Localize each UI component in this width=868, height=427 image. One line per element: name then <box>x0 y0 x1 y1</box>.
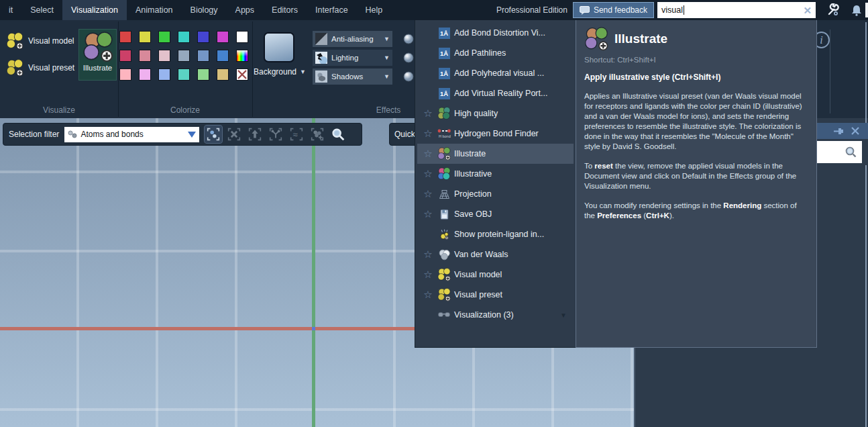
result-item-add-polyhedral-visual[interactable]: 1ÅAdd Polyhedral visual ... <box>417 63 574 83</box>
pin-icon[interactable] <box>833 127 844 136</box>
shadows-dropdown[interactable]: Shadows▼ <box>313 68 392 85</box>
color-swatch[interactable] <box>158 31 170 43</box>
result-label: Add Polyhedral visual ... <box>454 68 544 78</box>
color-swatch[interactable] <box>158 68 170 81</box>
anti-aliasing-dropdown[interactable]: Anti-aliasing▼ <box>313 31 392 47</box>
result-item-high-quality[interactable]: ☆High quality <box>417 103 574 124</box>
result-item-add-pathlines[interactable]: 1ÅAdd Pathlines <box>417 43 574 63</box>
group-add-button[interactable] <box>309 126 326 143</box>
bell-icon[interactable] <box>851 4 863 17</box>
result-item-illustrative[interactable]: ☆Illustrative <box>417 164 574 184</box>
global-search-input[interactable]: visual ✕ <box>657 2 816 18</box>
sphere-icon <box>403 71 414 82</box>
splitter-line[interactable] <box>865 22 867 123</box>
favorite-star-icon[interactable]: ☆ <box>419 128 437 140</box>
result-label: Add Bond Distortion Vi... <box>454 28 545 38</box>
atoms-bonds-icon <box>68 130 77 139</box>
color-swatch[interactable] <box>236 31 248 43</box>
similar-button[interactable]: ≈ <box>288 126 305 143</box>
vdw-icon <box>437 248 451 261</box>
selection-filter-dropdown[interactable]: Atoms and bonds <box>64 127 199 142</box>
color-swatch[interactable] <box>178 31 190 43</box>
select-set-button[interactable] <box>205 126 222 143</box>
clear-search-icon[interactable]: ✕ <box>803 5 812 15</box>
visual-model-icon <box>6 32 23 50</box>
split-button[interactable] <box>267 126 284 143</box>
lighting-dropdown[interactable]: Lighting▼ <box>313 50 392 66</box>
menu-tab-biology[interactable]: Biology <box>182 0 227 20</box>
menu-tab-animation[interactable]: Animation <box>127 0 182 20</box>
close-icon[interactable] <box>851 126 860 136</box>
gridline <box>156 118 158 427</box>
visual-model-button[interactable]: Visual model <box>4 31 76 51</box>
color-swatch[interactable] <box>197 31 209 43</box>
menu-tab-visualization[interactable]: Visualization <box>62 0 127 20</box>
color-swatch[interactable] <box>139 68 151 81</box>
color-swatch[interactable] <box>139 50 151 62</box>
menu-tab-select[interactable]: Select <box>21 0 62 20</box>
visual-preset-button[interactable]: Visual preset <box>4 58 76 78</box>
no-color-swatch[interactable] <box>236 68 248 81</box>
edition-label: Professional Edition <box>496 5 567 15</box>
color-swatch[interactable] <box>197 50 209 62</box>
favorite-star-icon[interactable]: ☆ <box>419 289 437 301</box>
group-separator <box>118 21 119 117</box>
search-selection-button[interactable] <box>329 126 347 143</box>
hbond-icon: H bond <box>437 128 451 140</box>
color-swatch[interactable] <box>197 68 209 81</box>
color-swatch[interactable] <box>119 31 131 43</box>
rainbow-swatch[interactable] <box>236 50 248 62</box>
favorite-star-icon[interactable]: ☆ <box>419 168 437 180</box>
tooltip-shortcut: Shortcut: Ctrl+Shift+I <box>584 56 808 64</box>
badge-1a-icon: 1Å <box>437 68 451 79</box>
menubar: itSelectVisualizationAnimationBiologyApp… <box>0 0 868 20</box>
color-swatch[interactable] <box>119 68 131 81</box>
menu-tab-editors[interactable]: Editors <box>263 0 307 20</box>
result-item-save-obj[interactable]: ☆Save OBJ <box>417 204 574 224</box>
color-swatch[interactable] <box>217 31 229 43</box>
result-item-show-protein-ligand-in[interactable]: Show protein-ligand in... <box>417 224 574 244</box>
menu-tab-interface[interactable]: Interface <box>307 0 357 20</box>
favorite-star-icon[interactable]: ☆ <box>419 107 437 120</box>
wrench-gear-icon[interactable] <box>826 3 840 17</box>
send-feedback-button[interactable]: Send feedback <box>573 2 654 18</box>
result-label: Hydrogen Bond Finder <box>454 129 539 138</box>
badge-1a-icon: 1Å <box>437 48 451 59</box>
color-swatch[interactable] <box>139 31 151 43</box>
illustrate-button[interactable]: Illustrate <box>78 29 117 81</box>
search-text: visual <box>661 5 683 15</box>
result-item-projection[interactable]: ☆Projection <box>417 184 574 204</box>
projection-icon <box>437 188 451 201</box>
background-color-swatch[interactable] <box>264 32 294 62</box>
result-item-add-virtual-reality-port[interactable]: 1ÅAdd Virtual Reality Port... <box>417 83 574 103</box>
color-swatch[interactable] <box>178 68 190 81</box>
favorite-star-icon[interactable]: ☆ <box>419 208 437 220</box>
result-item-hydrogen-bond-finder[interactable]: ☆H bondHydrogen Bond Finder <box>417 124 574 144</box>
favorite-star-icon[interactable]: ☆ <box>419 269 437 281</box>
result-item-visualization-3[interactable]: Visualization (3)▼ <box>417 305 574 325</box>
background-dropdown[interactable]: Background ▼ <box>254 67 310 77</box>
expand-chevron-icon[interactable]: ▼ <box>560 312 567 319</box>
move-up-button[interactable] <box>246 126 264 143</box>
delete-button[interactable] <box>225 126 243 143</box>
result-item-illustrate[interactable]: ☆Illustrate <box>417 144 574 164</box>
result-item-visual-preset[interactable]: ☆Visual preset <box>417 285 574 305</box>
badge-1a-icon: 1Å <box>437 88 451 99</box>
glasses-icon <box>437 310 451 320</box>
favorite-star-icon[interactable]: ☆ <box>419 188 437 200</box>
result-item-visual-model[interactable]: ☆Visual model <box>417 265 574 285</box>
menu-tab-apps[interactable]: Apps <box>227 0 264 20</box>
result-item-van-der-waals[interactable]: ☆Van der Waals <box>417 244 574 265</box>
result-item-add-bond-distortion-vi[interactable]: 1ÅAdd Bond Distortion Vi... <box>417 23 574 43</box>
color-swatch[interactable] <box>158 50 170 62</box>
color-swatch[interactable] <box>217 68 229 81</box>
favorite-star-icon[interactable]: ☆ <box>419 148 437 160</box>
sphere-icon <box>403 34 414 44</box>
menu-tab-it[interactable]: it <box>0 0 21 20</box>
splitter-line[interactable] <box>865 165 867 427</box>
color-swatch[interactable] <box>217 50 229 62</box>
color-swatch[interactable] <box>178 50 190 62</box>
favorite-star-icon[interactable]: ☆ <box>419 248 437 260</box>
menu-tab-help[interactable]: Help <box>357 0 392 20</box>
color-swatch[interactable] <box>119 50 131 62</box>
